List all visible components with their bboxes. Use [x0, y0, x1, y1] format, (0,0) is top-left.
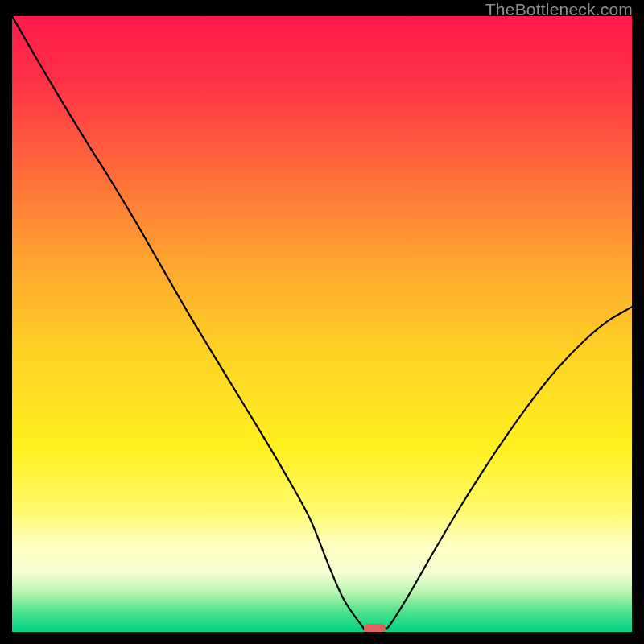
plot-area: [12, 16, 632, 632]
bottleneck-chart: [12, 16, 632, 632]
gradient-background: [12, 16, 632, 632]
chart-frame: TheBottleneck.com: [0, 0, 644, 644]
optimal-marker: [364, 624, 386, 632]
